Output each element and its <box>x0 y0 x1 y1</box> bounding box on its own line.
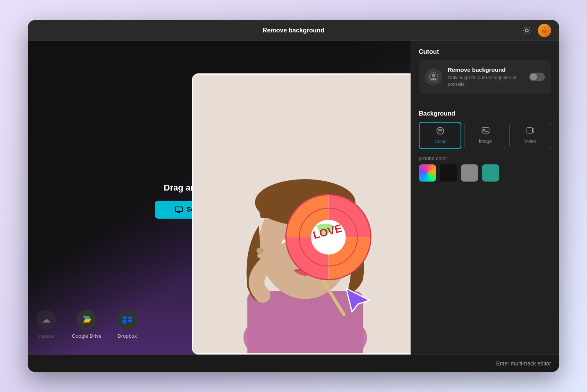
color-tab-icon <box>436 127 445 137</box>
cutout-card-title: Remove background <box>448 66 524 73</box>
svg-marker-26 <box>346 289 370 312</box>
user-avatar[interactable]: 🎃 <box>538 24 551 37</box>
swatch-teal[interactable] <box>482 164 499 182</box>
svg-point-0 <box>525 29 528 32</box>
tab-color[interactable]: Color <box>419 122 461 149</box>
cutout-section-title: Cutout <box>419 48 551 55</box>
swatch-rainbow[interactable] <box>419 164 436 182</box>
page-title: Remove background <box>263 27 324 34</box>
image-tab-label: Image <box>479 139 492 144</box>
photo-overlay: LOVE <box>192 73 411 355</box>
tab-image[interactable]: Image <box>464 122 506 149</box>
background-color-label: ground color <box>419 155 551 161</box>
right-panel: Cutout Remove background Only sup <box>411 41 559 355</box>
photo-content: LOVE <box>193 75 411 353</box>
swatch-gray[interactable] <box>461 164 478 182</box>
app-window: Remove background 🎃 <box>28 20 559 372</box>
svg-point-28 <box>432 74 435 77</box>
background-tabs: Color Image <box>419 122 551 149</box>
cutout-card: Remove background Only supports auto rec… <box>419 60 551 94</box>
color-swatches <box>419 164 551 182</box>
upload-panel: Drag and drop a video here Select from t… <box>28 41 411 355</box>
avatar-emoji: 🎃 <box>541 27 548 34</box>
section-divider <box>419 102 551 102</box>
background-section-title: Background <box>419 110 551 117</box>
cutout-section: Cutout Remove background Only sup <box>419 48 551 94</box>
cutout-card-subtitle: Only supports auto recognition of portra… <box>448 75 524 88</box>
background-section: Background Color <box>419 110 551 182</box>
title-bar-right: 🎃 <box>521 24 551 37</box>
svg-point-13 <box>256 248 263 254</box>
portrait-recognition-icon <box>425 68 442 86</box>
cutout-card-text: Remove background Only supports auto rec… <box>448 66 524 88</box>
svg-rect-32 <box>527 128 532 133</box>
color-tab-label: Color <box>434 139 446 144</box>
bottom-bar: Enter multi-track editor <box>28 355 559 372</box>
swatch-black[interactable] <box>440 164 457 182</box>
main-content: Drag and drop a video here Select from t… <box>28 41 559 355</box>
svg-point-14 <box>257 253 262 258</box>
remove-background-toggle[interactable] <box>529 73 545 81</box>
video-tab-icon <box>526 126 535 136</box>
cursor-pointer <box>344 287 372 315</box>
tab-video[interactable]: Video <box>509 122 551 149</box>
enter-multi-track-editor-button[interactable]: Enter multi-track editor <box>496 360 551 367</box>
video-tab-label: Video <box>524 139 536 144</box>
svg-rect-1 <box>175 207 182 212</box>
image-tab-icon <box>481 126 490 136</box>
title-bar: Remove background 🎃 <box>28 20 559 41</box>
lightbulb-icon[interactable] <box>521 24 533 37</box>
